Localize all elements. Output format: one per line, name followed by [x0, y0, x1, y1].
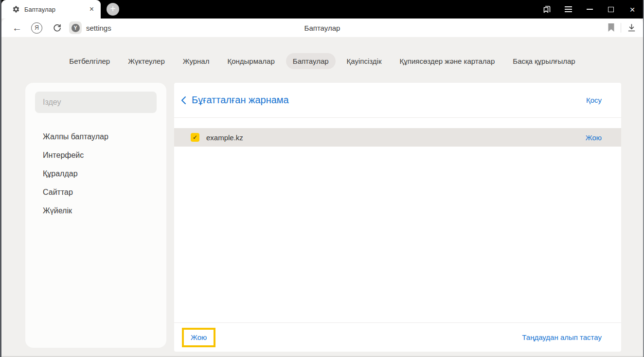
protect-badge[interactable]: Y: [69, 21, 82, 34]
downloads-button[interactable]: [627, 20, 636, 35]
tab-title: Баптаулар: [24, 6, 88, 13]
browser-menu-button[interactable]: [557, 0, 579, 19]
window-controls: ×: [536, 0, 643, 19]
settings-nav-tabs: Бетбелгілер Жүктеулер Журнал Қондырмалар…: [1, 53, 643, 69]
tab-security[interactable]: Қауіпсіздік: [340, 53, 389, 69]
download-icon: [627, 23, 636, 33]
bookmarks-panel-button[interactable]: [536, 0, 557, 19]
tab-downloads[interactable]: Жүктеулер: [121, 53, 172, 69]
row-checkbox[interactable]: ✓: [191, 133, 199, 142]
browser-toolbar: ← Я Y settings Баптаулар: [1, 19, 643, 37]
settings-sidebar: Жалпы баптаулар Интерфейс Құралдар Сайтт…: [25, 83, 166, 348]
add-button[interactable]: Қосу: [586, 96, 602, 104]
tab-passwords-cards[interactable]: Құпиясөздер және карталар: [393, 53, 502, 69]
empty-list-area: [174, 147, 621, 322]
tab-bookmarks[interactable]: Бетбелгілер: [62, 53, 117, 69]
reload-button[interactable]: [51, 20, 63, 35]
bookmark-flag-icon: [608, 23, 615, 32]
toolbar-divider: [621, 23, 621, 33]
maximize-icon: [608, 7, 614, 12]
panel-header: Бұғатталған жарнама Қосу: [174, 83, 621, 117]
sidebar-search[interactable]: [35, 92, 157, 113]
maximize-button[interactable]: [600, 0, 622, 19]
row-delete-button[interactable]: Жою: [586, 133, 602, 142]
deselect-all-button[interactable]: Таңдаудан алып тастау: [522, 333, 602, 341]
sidebar-item-tools[interactable]: Құралдар: [25, 165, 166, 183]
yandex-logo[interactable]: Я: [31, 22, 42, 34]
close-icon: ×: [629, 5, 635, 14]
minimize-button[interactable]: [579, 0, 600, 19]
search-input[interactable]: [35, 98, 157, 107]
tab-close-icon[interactable]: ×: [88, 5, 96, 13]
close-window-button[interactable]: ×: [622, 0, 643, 19]
blocked-ads-panel: Бұғатталған жарнама Қосу ✓ example.kz Жо…: [174, 83, 621, 352]
action-highlight-box: Жою: [182, 328, 215, 347]
panel-title[interactable]: Бұғатталған жарнама: [192, 94, 289, 106]
sidebar-item-sites[interactable]: Сайттар: [25, 183, 166, 202]
check-icon: ✓: [193, 134, 197, 141]
address-bar-url[interactable]: settings: [86, 24, 111, 32]
gear-icon: [12, 5, 20, 13]
back-button[interactable]: ←: [10, 20, 24, 35]
toolbar-right-actions: [608, 20, 636, 35]
row-domain: example.kz: [206, 133, 243, 142]
plus-icon: +: [110, 4, 116, 14]
new-tab-button[interactable]: +: [107, 3, 119, 16]
reload-icon: [53, 23, 62, 33]
tab-history[interactable]: Журнал: [176, 53, 216, 69]
minimize-icon: [587, 9, 593, 10]
bookmark-button[interactable]: [608, 20, 615, 35]
tab-strip: Баптаулар × + ×: [0, 0, 644, 19]
panel-footer: Жою Таңдаудан алып тастау: [174, 323, 621, 352]
tab-settings[interactable]: Баптаулар: [286, 53, 336, 69]
blocked-site-row[interactable]: ✓ example.kz Жою: [174, 128, 621, 147]
hamburger-icon: [565, 6, 572, 12]
sidebar-item-general[interactable]: Жалпы баптаулар: [25, 128, 166, 146]
active-browser-tab[interactable]: Баптаулар ×: [1, 0, 101, 19]
tab-extensions[interactable]: Қондырмалар: [220, 53, 281, 69]
delete-selected-button[interactable]: Жою: [191, 333, 207, 341]
browser-window: Баптаулар × + ×: [0, 0, 644, 357]
sidebar-menu: Жалпы баптаулар Интерфейс Құралдар Сайтт…: [25, 128, 166, 220]
sidebar-item-system[interactable]: Жүйелік: [25, 202, 166, 220]
back-chevron-icon[interactable]: [180, 96, 186, 105]
header-divider: [174, 117, 621, 118]
tab-other-devices[interactable]: Басқа құрылғылар: [506, 53, 582, 69]
protect-icon: Y: [72, 24, 80, 32]
bookmarks-panel-icon: [542, 4, 552, 14]
sidebar-item-interface[interactable]: Интерфейс: [25, 146, 166, 165]
window-edge-left: [0, 0, 1, 357]
